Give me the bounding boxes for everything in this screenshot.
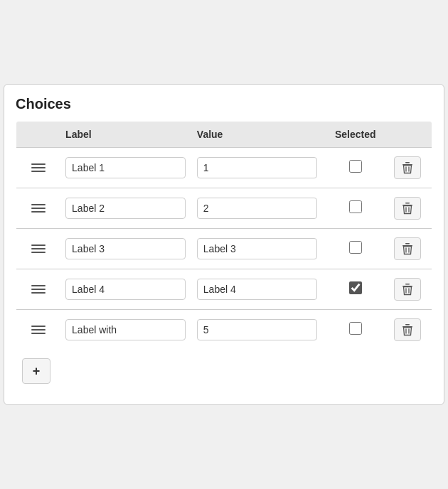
trash-icon [402, 202, 413, 215]
label-cell [60, 229, 191, 269]
drag-cell [16, 148, 60, 188]
drag-cell [16, 188, 60, 229]
delete-cell [388, 310, 432, 350]
choices-table: Label Value Selected [16, 121, 432, 393]
trash-icon [402, 283, 413, 296]
delete-button[interactable] [394, 318, 421, 341]
svg-rect-13 [405, 284, 410, 285]
col-header-drag [16, 122, 60, 148]
drag-handle[interactable] [22, 326, 54, 334]
drag-cell [16, 269, 60, 310]
table-row [16, 188, 432, 229]
selected-checkbox[interactable] [349, 200, 362, 213]
table-row [16, 148, 432, 188]
svg-rect-9 [405, 243, 410, 244]
selected-checkbox[interactable] [349, 322, 362, 335]
selected-cell [323, 229, 388, 269]
panel-title: Choices [16, 96, 432, 112]
label-cell [60, 188, 191, 229]
col-header-delete [388, 122, 432, 148]
delete-cell [388, 269, 432, 310]
col-header-label: Label [60, 122, 191, 148]
value-cell [191, 310, 323, 350]
value-input[interactable] [197, 279, 317, 300]
value-cell [191, 148, 323, 188]
delete-button[interactable] [394, 156, 421, 179]
trash-icon [402, 323, 413, 336]
table-row [16, 269, 432, 310]
choices-panel: Choices Label Value Selected [4, 84, 444, 405]
add-row-cell: + [16, 350, 432, 393]
selected-cell [323, 188, 388, 229]
value-cell [191, 229, 323, 269]
drag-handle[interactable] [22, 285, 54, 294]
label-cell [60, 269, 191, 310]
drag-handle[interactable] [22, 244, 54, 253]
label-cell [60, 310, 191, 350]
value-input[interactable] [197, 198, 317, 219]
label-input[interactable] [65, 279, 186, 300]
value-input[interactable] [197, 238, 317, 259]
drag-handle[interactable] [22, 204, 54, 213]
trash-icon [402, 242, 413, 255]
drag-cell [16, 229, 60, 269]
add-choice-button[interactable]: + [22, 358, 50, 384]
selected-cell [323, 269, 388, 310]
selected-cell [323, 310, 388, 350]
label-cell [60, 148, 191, 188]
selected-checkbox[interactable] [349, 241, 362, 254]
label-input[interactable] [65, 319, 186, 340]
delete-button[interactable] [394, 197, 421, 220]
svg-rect-17 [405, 324, 410, 326]
selected-checkbox[interactable] [349, 160, 362, 173]
col-header-selected: Selected [323, 122, 388, 148]
label-input[interactable] [65, 238, 186, 259]
value-cell [191, 188, 323, 229]
delete-cell [388, 148, 432, 188]
table-row [16, 310, 432, 350]
drag-handle[interactable] [22, 163, 54, 172]
table-row [16, 229, 432, 269]
drag-cell [16, 310, 60, 350]
trash-icon [402, 161, 413, 174]
value-input[interactable] [197, 319, 317, 340]
selected-checkbox[interactable] [349, 281, 362, 294]
svg-rect-5 [405, 203, 410, 204]
label-input[interactable] [65, 157, 186, 178]
delete-button[interactable] [394, 278, 421, 301]
label-input[interactable] [65, 198, 186, 219]
value-input[interactable] [197, 157, 317, 178]
delete-button[interactable] [394, 237, 421, 260]
delete-cell [388, 188, 432, 229]
selected-cell [323, 148, 388, 188]
col-header-value: Value [191, 122, 323, 148]
delete-cell [388, 229, 432, 269]
value-cell [191, 269, 323, 310]
svg-rect-1 [405, 162, 410, 163]
